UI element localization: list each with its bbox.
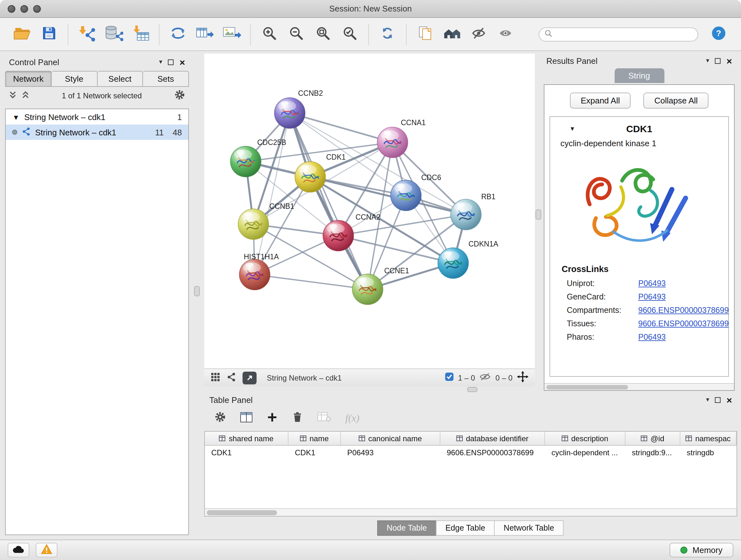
search-box[interactable] xyxy=(539,27,698,41)
selected-checkbox-icon[interactable] xyxy=(445,372,454,383)
tab-edge-table[interactable]: Edge Table xyxy=(436,520,495,536)
tab-network[interactable]: Network xyxy=(5,71,52,87)
column-header-name[interactable]: name xyxy=(288,432,341,445)
panel-float-icon[interactable] xyxy=(715,397,721,402)
zoom-out-button[interactable] xyxy=(285,21,308,47)
network-collection-row[interactable]: ▾ String Network – cdk1 1 xyxy=(6,109,188,125)
network-edge-CCNA2-CDKN1A[interactable] xyxy=(338,236,453,263)
import-table-button[interactable] xyxy=(129,21,152,47)
network-node-CCNE1[interactable] xyxy=(352,274,383,305)
duplicate-document-button[interactable] xyxy=(414,21,436,47)
column-header-canonical-name[interactable]: canonical name xyxy=(341,432,441,445)
crosslink-compartments[interactable]: 9606.ENSP00000378699 xyxy=(638,306,729,315)
tab-style[interactable]: Style xyxy=(52,71,98,87)
network-graph[interactable]: CCNB2CCNA1CDC25BCDK1CDC6RB1CCNB1CCNA2CDK… xyxy=(204,54,535,368)
panel-close-icon[interactable]: × xyxy=(726,395,732,405)
import-network-from-database-button[interactable] xyxy=(102,21,125,47)
show-graphics-details-button[interactable] xyxy=(494,21,517,47)
column-header-shared-name[interactable]: shared name xyxy=(205,432,288,445)
splitter-handle[interactable] xyxy=(194,286,200,296)
gear-icon[interactable] xyxy=(214,411,226,425)
minimize-window-button[interactable] xyxy=(20,5,28,12)
network-edge-CCNE1-HIST1H1A[interactable] xyxy=(255,274,367,289)
collapse-all-icon[interactable] xyxy=(22,90,29,102)
network-node-CDC25B[interactable] xyxy=(230,146,261,177)
scrollbar-thumb[interactable] xyxy=(546,385,628,389)
clone-network-button[interactable] xyxy=(166,21,190,47)
crosslink-pharos[interactable]: P06493 xyxy=(638,333,729,341)
search-input[interactable] xyxy=(556,30,692,39)
panel-close-icon[interactable]: × xyxy=(726,56,732,65)
tree-expander-icon[interactable]: ▾ xyxy=(12,112,20,122)
open-session-button[interactable] xyxy=(11,21,34,47)
network-node-CDKN1A[interactable] xyxy=(438,248,468,278)
table-row[interactable]: CDK1 CDK1 P06493 9606.ENSP00000378699 cy… xyxy=(205,446,737,459)
results-horizontal-scrollbar[interactable] xyxy=(544,383,734,390)
help-button[interactable]: ? xyxy=(707,21,730,47)
home-view-button[interactable] xyxy=(441,21,463,47)
network-edge-CCNB2-CCNA1[interactable] xyxy=(290,113,393,142)
panel-close-icon[interactable]: × xyxy=(179,57,185,67)
network-node-CCNB1[interactable] xyxy=(238,209,269,240)
cloud-status-button[interactable] xyxy=(8,543,29,557)
panel-menu-icon[interactable]: ▾ xyxy=(159,59,162,65)
network-node-CCNA2[interactable] xyxy=(323,220,354,251)
panel-float-icon[interactable] xyxy=(168,59,174,65)
expand-all-button[interactable]: Expand All xyxy=(570,92,631,109)
maximize-window-button[interactable] xyxy=(33,5,41,12)
hidden-eye-slash-icon[interactable] xyxy=(480,372,491,383)
tab-string[interactable]: String xyxy=(614,68,664,83)
zoom-fit-button[interactable] xyxy=(312,21,334,47)
warnings-button[interactable] xyxy=(36,543,57,557)
network-row[interactable]: String Network – cdk1 11 48 xyxy=(6,125,188,140)
splitter-handle[interactable] xyxy=(467,387,477,392)
zoom-selected-button[interactable] xyxy=(338,21,361,47)
network-share-view-icon[interactable] xyxy=(226,372,236,383)
network-node-RB1[interactable] xyxy=(451,199,481,230)
close-window-button[interactable] xyxy=(8,5,15,12)
pan-move-icon[interactable] xyxy=(517,371,529,384)
tab-sets[interactable]: Sets xyxy=(143,71,189,87)
network-node-CDC6[interactable] xyxy=(391,180,421,211)
refresh-network-button[interactable] xyxy=(376,21,399,47)
column-header-id[interactable]: @id xyxy=(625,432,680,445)
expand-all-icon[interactable] xyxy=(9,90,17,102)
splitter-handle[interactable] xyxy=(536,209,541,220)
tab-node-table[interactable]: Node Table xyxy=(377,520,436,536)
panel-float-icon[interactable] xyxy=(715,58,721,64)
collapse-gene-icon[interactable]: ▾ xyxy=(570,124,574,132)
crosslink-uniprot[interactable]: P06493 xyxy=(638,279,729,288)
network-node-CDK1[interactable] xyxy=(295,162,326,192)
grid-view-icon[interactable] xyxy=(211,372,220,383)
column-header-namespace[interactable]: namespac xyxy=(680,432,737,445)
hide-graphics-details-button[interactable] xyxy=(467,21,490,47)
gear-icon[interactable] xyxy=(174,89,185,103)
table-horizontal-scrollbar[interactable] xyxy=(205,508,737,516)
network-edge-CCNB2-CCNE1[interactable] xyxy=(290,113,367,289)
scrollbar-thumb[interactable] xyxy=(207,510,277,515)
show-columns-icon[interactable] xyxy=(240,412,253,425)
panel-menu-icon[interactable]: ▾ xyxy=(706,396,709,403)
network-edge-CCNB2-HIST1H1A[interactable] xyxy=(255,113,290,274)
memory-button[interactable]: Memory xyxy=(670,543,733,557)
birds-eye-view-button[interactable] xyxy=(243,371,257,384)
crosslink-tissues[interactable]: 9606.ENSP00000378699 xyxy=(638,319,729,328)
export-table-button[interactable] xyxy=(193,21,216,47)
panel-menu-icon[interactable]: ▾ xyxy=(706,57,709,64)
save-session-button[interactable] xyxy=(38,21,61,47)
export-image-button[interactable] xyxy=(220,21,243,47)
column-header-description[interactable]: description xyxy=(545,432,625,445)
tab-select[interactable]: Select xyxy=(97,71,143,87)
network-node-HIST1H1A[interactable] xyxy=(239,259,270,290)
collapse-all-button[interactable]: Collapse All xyxy=(644,92,709,109)
network-node-CCNA1[interactable] xyxy=(377,127,408,158)
add-column-icon[interactable] xyxy=(267,412,278,425)
zoom-in-button[interactable] xyxy=(258,21,281,47)
network-view[interactable]: CCNB2CCNA1CDC25BCDK1CDC6RB1CCNB1CCNA2CDK… xyxy=(204,54,535,368)
delete-column-icon[interactable] xyxy=(292,411,303,426)
import-network-from-file-button[interactable] xyxy=(75,21,98,47)
tab-network-table[interactable]: Network Table xyxy=(494,520,563,536)
crosslink-genecard[interactable]: P06493 xyxy=(638,293,729,301)
column-header-database-identifier[interactable]: database identifier xyxy=(441,432,545,445)
network-node-CCNB2[interactable] xyxy=(274,98,305,128)
